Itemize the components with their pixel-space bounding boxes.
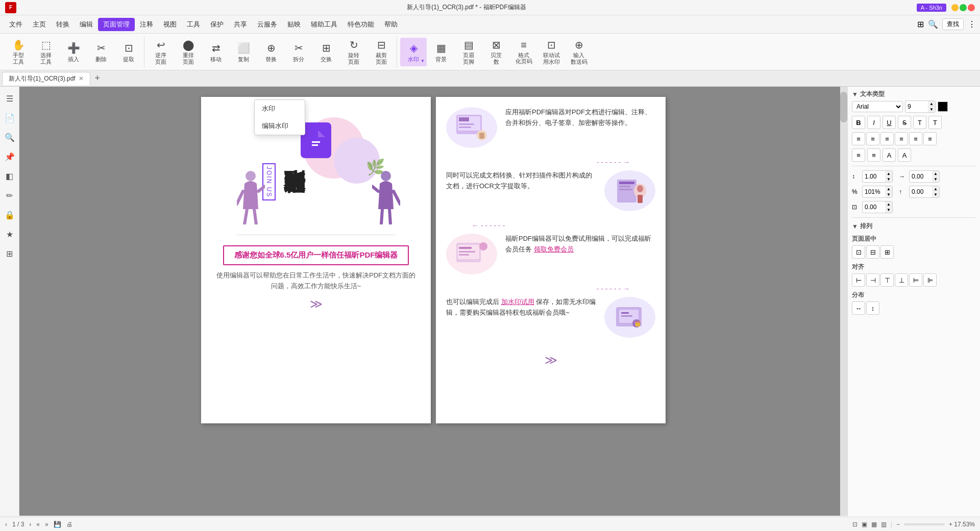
italic-button[interactable]: I [867, 116, 880, 129]
char-spacing-input[interactable]: ▲ ▼ [909, 170, 940, 183]
sidebar-icon-stamp[interactable]: ★ [2, 226, 17, 242]
menu-view[interactable]: 视图 [158, 18, 182, 31]
indent-decrease-button[interactable]: A [883, 148, 896, 162]
tool-hand[interactable]: ✋ 手型工具 [5, 38, 32, 66]
align-t-button[interactable]: ⊥ [895, 273, 908, 287]
search-icon[interactable]: 🔍 [928, 19, 938, 29]
align-bottom-button[interactable]: ≡ [923, 132, 937, 145]
tool-select[interactable]: ⬚ 选择工具 [33, 38, 59, 66]
tool-swap[interactable]: ⊞ 交换 [313, 38, 339, 66]
menu-annotate[interactable]: 注释 [135, 18, 158, 31]
menu-protect[interactable]: 保护 [205, 18, 229, 31]
line-spacing-up[interactable]: ▲ [885, 171, 892, 176]
rotation-field[interactable] [863, 203, 885, 212]
tab-pdf[interactable]: 新人引导(1)_OCR(3).pdf ✕ [2, 72, 90, 85]
menu-tools[interactable]: 工具 [182, 18, 205, 31]
font-select[interactable]: Arial [852, 101, 903, 112]
menu-file[interactable]: 文件 [4, 18, 28, 31]
baseline-down[interactable]: ▼ [932, 192, 939, 197]
line-spacing-input[interactable]: ▲ ▼ [862, 170, 893, 183]
tool-reverse[interactable]: ↩ 逆序页面 [148, 38, 174, 66]
scroll-thumb[interactable] [840, 92, 847, 122]
menu-help[interactable]: 帮助 [379, 18, 403, 31]
font-size-up[interactable]: ▲ [928, 101, 935, 107]
sidebar-icon-search[interactable]: 🔍 [2, 130, 17, 145]
sidebar-icon-comments[interactable]: ✏ [2, 188, 17, 203]
char-spacing-field[interactable] [910, 172, 932, 181]
next-page-button[interactable]: › [29, 521, 31, 528]
baseline-input[interactable]: ▲ ▼ [909, 186, 940, 198]
zoom-slider[interactable] [904, 523, 945, 525]
menu-plugin[interactable]: 贴映 [282, 18, 306, 31]
tool-watermark[interactable]: ◈ 水印 ▼ [400, 38, 427, 66]
feature3-link[interactable]: 领取免费会员 [534, 245, 574, 253]
distribute-v-button[interactable]: ↕ [866, 301, 879, 315]
tool-move[interactable]: ⇄ 移动 [203, 38, 229, 66]
tool-input-code[interactable]: ⊕ 输入数送码 [566, 38, 592, 66]
scale-up[interactable]: ▲ [885, 186, 892, 192]
align-b-button[interactable]: ⊫ [923, 273, 937, 287]
tab-add-button[interactable]: + [91, 72, 104, 85]
first-page-button[interactable]: « [36, 521, 40, 528]
minimize-button[interactable] [951, 4, 959, 11]
list-number-button[interactable]: ≡ [867, 148, 880, 162]
align-vc-button[interactable]: ⊨ [909, 273, 922, 287]
tool-insert[interactable]: ➕ 插入 [60, 38, 87, 66]
scale-field[interactable] [863, 187, 885, 196]
feature4-link[interactable]: 加水印试用 [501, 298, 534, 306]
save-icon[interactable]: 💾 [54, 521, 61, 528]
menu-cloud[interactable]: 云服务 [252, 18, 282, 31]
tool-reorder[interactable]: ⬤ 重排页面 [175, 38, 202, 66]
line-spacing-down[interactable]: ▼ [885, 176, 892, 182]
font-size-down[interactable]: ▼ [928, 107, 935, 112]
dropdown-edit-watermark[interactable]: 编辑水印 [255, 117, 305, 135]
align-hc-button[interactable]: ⊣ [866, 273, 879, 287]
strikethrough-button[interactable]: S̶ [898, 116, 911, 129]
tool-copy[interactable]: ⬜ 复制 [230, 38, 257, 66]
rotation-up[interactable]: ▲ [885, 201, 892, 207]
tool-trial-watermark[interactable]: ⊡ 联动试用水印 [538, 38, 565, 66]
settings-icon[interactable]: ⋮ [968, 19, 976, 29]
prev-page-button[interactable]: ‹ [5, 521, 7, 528]
fit-page-icon[interactable]: ⊡ [852, 521, 857, 528]
indent-increase-button[interactable]: A [898, 148, 911, 162]
vertical-scrollbar[interactable] [840, 87, 847, 516]
scale-down[interactable]: ▼ [885, 192, 892, 197]
font-size-field[interactable] [905, 102, 928, 111]
align-left-button[interactable]: ≡ [852, 132, 865, 145]
baseline-up[interactable]: ▲ [932, 186, 939, 192]
tool-crop[interactable]: ⊟ 裁剪页面 [368, 38, 395, 66]
sidebar-icon-bookmark[interactable]: 📌 [2, 149, 17, 164]
sidebar-icon-pages[interactable]: 📄 [2, 110, 17, 125]
align-center-button[interactable]: ≡ [866, 132, 879, 145]
bold-button[interactable]: B [852, 116, 865, 129]
sidebar-icon-security[interactable]: 🔒 [2, 207, 17, 222]
subscript-button[interactable]: T [928, 116, 942, 129]
view-scroll-icon[interactable]: ▥ [881, 521, 887, 528]
distribute-h-button[interactable]: ↔ [852, 301, 865, 315]
underline-button[interactable]: U [883, 116, 896, 129]
sidebar-icon-menu[interactable]: ☰ [2, 91, 17, 106]
view-single-icon[interactable]: ▣ [862, 521, 867, 528]
sidebar-icon-layers[interactable]: ◧ [2, 168, 17, 184]
font-size-input[interactable]: ▲ ▼ [905, 100, 936, 113]
view-double-icon[interactable]: ▦ [871, 521, 877, 528]
char-spacing-up[interactable]: ▲ [932, 171, 939, 176]
collapse-arrow-arrange[interactable]: ▼ [852, 223, 858, 230]
menu-convert[interactable]: 转换 [51, 18, 75, 31]
tool-replace[interactable]: ⊕ 替换 [258, 38, 284, 66]
baseline-field[interactable] [910, 187, 932, 196]
center-v-button[interactable]: ⊟ [866, 245, 879, 259]
layout-icon[interactable]: ⊞ [917, 19, 924, 29]
menu-home[interactable]: 主页 [28, 18, 51, 31]
menu-assist[interactable]: 辅助工具 [306, 18, 342, 31]
dropdown-watermark[interactable]: 水印 [255, 100, 305, 117]
align-right-button[interactable]: ≡ [880, 132, 894, 145]
align-top-button[interactable]: ≡ [909, 132, 922, 145]
tool-format-page[interactable]: ≡ 格式化页码 [510, 38, 537, 66]
align-justify-button[interactable]: ≡ [895, 132, 908, 145]
maximize-button[interactable] [960, 4, 967, 11]
center-hv-button[interactable]: ⊞ [880, 245, 894, 259]
line-spacing-field[interactable] [863, 172, 885, 181]
collapse-arrow-text-type[interactable]: ▼ [852, 91, 858, 98]
